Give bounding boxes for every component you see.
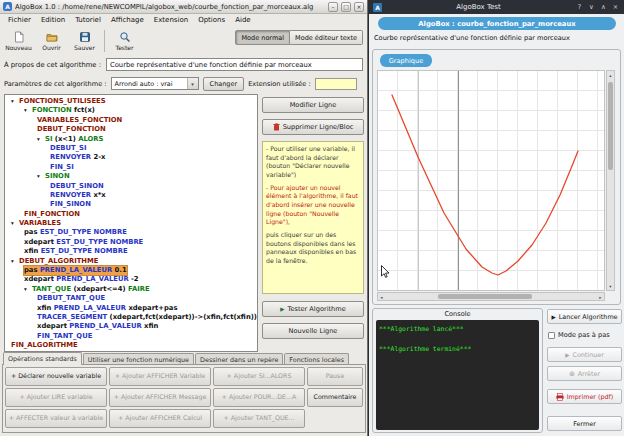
tree-row[interactable]: ▾FONCTIONS_UTILISEES <box>7 97 257 106</box>
delete-line-button[interactable]: Supprimer Ligne/Bloc <box>262 119 364 135</box>
grid-button[interactable]: + Déclarer nouvelle variable <box>5 367 107 386</box>
tab-op-rations-standards[interactable]: Opérations standards <box>3 352 82 365</box>
left-titlebar[interactable]: A AlgoBox 1.0 : /home/rene/NEWCOMPIL/alg… <box>0 0 367 14</box>
close-icon[interactable]: × <box>611 3 620 11</box>
scroll-down-icon[interactable]: ▾ <box>607 282 614 290</box>
tree-row[interactable]: DEBUT_FONCTION <box>7 125 257 134</box>
tree-row[interactable]: ▾FONCTION fct(x) <box>7 106 257 115</box>
grid-button[interactable]: + Ajouter AFFICHER Variable <box>109 367 211 386</box>
modify-line-button[interactable]: Modifier Ligne <box>262 97 364 113</box>
extension-field[interactable] <box>315 78 357 90</box>
grid-button[interactable]: + Ajouter AFFICHER Calcul <box>109 409 211 428</box>
grid-button[interactable]: + Ajouter SI...ALORS <box>213 367 305 386</box>
tree-row[interactable]: TRACER_SEGMENT (xdepart,fct(xdepart))->(… <box>7 313 257 322</box>
open-button[interactable]: Ouvrir <box>35 28 68 54</box>
tree-row[interactable]: ▾SI (x<1) ALORS <box>7 135 257 144</box>
menu-item-options[interactable]: Options <box>193 16 230 24</box>
expander-icon[interactable]: ▾ <box>24 285 32 294</box>
maximize-icon[interactable]: □ <box>341 2 351 12</box>
new-line-button[interactable]: Nouvelle Ligne <box>262 323 364 339</box>
grid-button[interactable]: + AFFECTER valeur à variable <box>5 409 107 428</box>
grid-button[interactable]: Pause <box>307 367 363 386</box>
expander-icon[interactable]: ▾ <box>11 219 19 228</box>
scroll-right-icon[interactable]: ▸ <box>597 293 604 301</box>
grid-button[interactable]: + Ajouter LIRE variable <box>5 388 107 407</box>
tree-row[interactable]: FIN_TANT_QUE <box>7 332 257 341</box>
graph-tab[interactable]: Graphique <box>380 54 432 67</box>
tree-row[interactable]: ▾SINON <box>7 172 257 181</box>
tree-row[interactable]: VARIABLES_FONCTION <box>7 116 257 125</box>
about-input[interactable] <box>106 58 363 71</box>
tree-token: EST_DU_TYPE <box>40 228 94 236</box>
help-icon[interactable]: ? <box>575 3 584 11</box>
expander-icon[interactable]: ▾ <box>24 106 32 115</box>
graph-canvas[interactable] <box>377 70 605 291</box>
tree-token: pas <box>24 266 40 274</box>
expander-icon[interactable]: ▾ <box>37 172 45 181</box>
continue-button[interactable]: ▶ Continuer <box>547 347 622 362</box>
grid-button[interactable]: + Ajouter TANT_QUE... <box>213 409 305 428</box>
step-mode-checkbox[interactable] <box>548 332 555 339</box>
tree-row[interactable]: FIN_FONCTION <box>7 210 257 219</box>
tree-row[interactable]: xdepart PREND_LA_VALEUR -2 <box>7 275 257 284</box>
test-algorithm-button[interactable]: ▶ Tester Algorithme <box>262 301 364 317</box>
rounding-combobox[interactable]: Arrondi auto : vrai ▾ <box>111 77 199 90</box>
tree-row[interactable]: FIN_SI <box>7 163 257 172</box>
tree-row[interactable]: ▾VARIABLES <box>7 219 257 228</box>
menu-item-fichier[interactable]: Fichier <box>3 16 36 24</box>
menu-item-edition[interactable]: Edition <box>36 16 70 24</box>
tree-row[interactable]: DEBUT_SI <box>7 144 257 153</box>
step-mode-row[interactable]: Mode pas à pas <box>548 331 610 339</box>
menu-item-tutoriel[interactable]: Tutoriel <box>70 16 106 24</box>
tree-row[interactable]: ▾DEBUT_ALGORITHME <box>7 257 257 266</box>
grid-button[interactable]: + Ajouter AFFICHER Message <box>109 388 211 407</box>
tree-row[interactable]: RENVOYER 2-x <box>7 153 257 162</box>
stop-button[interactable]: ⊗ Arrêter <box>547 366 622 381</box>
tree-row[interactable]: DEBUT_SINON <box>7 182 257 191</box>
mode-text-editor-button[interactable]: Mode éditeur texte <box>290 30 363 45</box>
minimize-icon[interactable]: – <box>328 2 338 12</box>
tree-row[interactable]: xdepart PREND_LA_VALEUR xfin <box>7 322 257 331</box>
tree-row[interactable]: xfin PREND_LA_VALEUR xdepart+pas <box>7 304 257 313</box>
print-pdf-button[interactable]: Imprimer (pdf) <box>547 389 622 404</box>
tree-row[interactable]: ▾TANT_QUE (xdepart<=4) FAIRE <box>7 285 257 294</box>
expander-icon[interactable]: ▾ <box>11 97 19 106</box>
tree-row[interactable]: FIN_ALGORITHME <box>7 341 257 350</box>
run-algorithm-button[interactable]: ▶ Lancer Algorithme <box>547 309 622 324</box>
vertical-scrollbar-thumb[interactable] <box>608 82 613 170</box>
menu-item-affichage[interactable]: Affichage <box>106 16 149 24</box>
save-button[interactable]: Sauver <box>68 28 101 54</box>
vertical-scrollbar[interactable]: ▴ ▾ <box>606 70 615 291</box>
algorithm-tree[interactable]: ▾FONCTIONS_UTILISEES▾FONCTION fct(x)VARI… <box>4 94 258 352</box>
tree-row[interactable]: DEBUT_TANT_QUE <box>7 294 257 303</box>
tree-row[interactable]: xdepart EST_DU_TYPE NOMBRE <box>7 238 257 247</box>
tree-row-text: xdepart EST_DU_TYPE NOMBRE <box>24 238 143 247</box>
mode-normal-button[interactable]: Mode normal <box>235 30 290 45</box>
close-test-button[interactable]: Fermer <box>547 416 622 431</box>
tree-row[interactable]: FIN_SINON <box>7 200 257 209</box>
menu-item-extension[interactable]: Extension <box>149 16 193 24</box>
tree-row[interactable]: pas EST_DU_TYPE NOMBRE <box>7 228 257 237</box>
tree-row[interactable]: pas PREND_LA_VALEUR 0.1 <box>7 266 257 275</box>
toolbar-separator <box>104 30 105 52</box>
maximize-icon[interactable]: ∧ <box>599 3 608 11</box>
scroll-left-icon[interactable]: ◂ <box>378 293 385 301</box>
tree-row[interactable]: xfin EST_DU_TYPE NOMBRE <box>7 247 257 256</box>
grid-button[interactable]: Commentaire <box>307 388 363 407</box>
close-icon[interactable]: × <box>354 2 364 12</box>
change-button[interactable]: Changer <box>203 77 245 91</box>
open-folder-icon <box>46 31 58 43</box>
expander-icon[interactable]: ▾ <box>11 257 19 266</box>
horizontal-scrollbar[interactable]: ◂ ▸ <box>377 292 605 301</box>
tree-row[interactable]: RENVOYER x*x <box>7 191 257 200</box>
horizontal-scrollbar-thumb[interactable] <box>438 294 532 299</box>
test-button[interactable]: Tester <box>108 28 141 54</box>
menu-item-aide[interactable]: Aide <box>230 16 255 24</box>
tree-token: xdepart+pas <box>128 304 177 312</box>
scroll-up-icon[interactable]: ▴ <box>607 71 614 79</box>
grid-button[interactable]: + Ajouter POUR...DE...A <box>213 388 305 407</box>
minimize-icon[interactable]: ∨ <box>587 3 596 11</box>
new-button[interactable]: Nouveau <box>2 28 35 54</box>
expander-icon[interactable]: ▾ <box>37 135 45 144</box>
right-titlebar[interactable]: A AlgoBox Test ? ∨ ∧ × <box>369 0 624 14</box>
